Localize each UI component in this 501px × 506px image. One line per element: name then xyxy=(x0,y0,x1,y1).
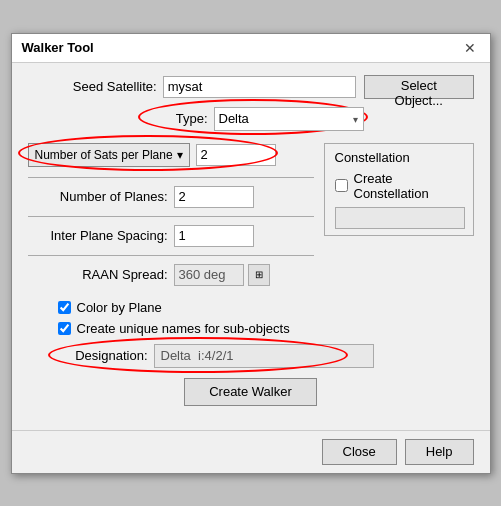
seed-satellite-row: Seed Satellite: Select Object... xyxy=(58,75,474,99)
number-of-planes-input[interactable] xyxy=(174,186,254,208)
close-button[interactable]: Close xyxy=(322,439,397,465)
type-select-wrapper: Delta Star ▾ xyxy=(214,107,364,131)
title-bar: Walker Tool ✕ xyxy=(12,34,490,63)
create-walker-row: Create Walker xyxy=(28,378,474,406)
seed-satellite-label: Seed Satellite: xyxy=(58,79,157,94)
main-area: Number of Sats per Plane ▾ Number of Pla… xyxy=(28,143,474,294)
color-by-plane-checkbox[interactable] xyxy=(58,301,71,314)
dialog-title: Walker Tool xyxy=(22,40,94,55)
walker-tool-dialog: Walker Tool ✕ Seed Satellite: Select Obj… xyxy=(11,33,491,474)
raan-spread-input[interactable] xyxy=(174,264,244,286)
constellation-group: Constellation Create Constellation xyxy=(324,143,474,236)
create-constellation-row: Create Constellation xyxy=(335,171,463,201)
unique-names-row: Create unique names for sub-objects xyxy=(58,321,474,336)
unique-names-label: Create unique names for sub-objects xyxy=(77,321,290,336)
sats-per-plane-input[interactable] xyxy=(196,144,276,166)
inter-plane-spacing-row: Inter Plane Spacing: xyxy=(28,225,314,247)
designation-row: Designation: xyxy=(58,344,474,368)
raan-spread-label: RAAN Spread: xyxy=(28,267,168,282)
help-button[interactable]: Help xyxy=(405,439,474,465)
sats-dropdown-chevron-icon: ▾ xyxy=(177,148,183,162)
unique-names-checkbox[interactable] xyxy=(58,322,71,335)
inter-plane-spacing-label: Inter Plane Spacing: xyxy=(28,228,168,243)
sats-per-plane-row: Number of Sats per Plane ▾ xyxy=(28,143,314,167)
type-label: Type: xyxy=(158,111,208,126)
color-by-plane-row: Color by Plane xyxy=(58,300,474,315)
raan-wrapper: ⊞ xyxy=(168,264,270,286)
create-constellation-checkbox[interactable] xyxy=(335,179,348,192)
close-icon[interactable]: ✕ xyxy=(460,40,480,56)
number-of-planes-row: Number of Planes: xyxy=(28,186,314,208)
constellation-name-input[interactable] xyxy=(335,207,465,229)
sats-per-plane-dropdown[interactable]: Number of Sats per Plane ▾ xyxy=(28,143,190,167)
designation-label: Designation: xyxy=(58,348,148,363)
dialog-footer: Close Help xyxy=(12,430,490,473)
left-params: Number of Sats per Plane ▾ Number of Pla… xyxy=(28,143,314,294)
select-object-button[interactable]: Select Object... xyxy=(364,75,473,99)
number-of-planes-label: Number of Planes: xyxy=(28,189,168,204)
sats-per-plane-label: Number of Sats per Plane xyxy=(35,148,173,162)
constellation-title: Constellation xyxy=(335,150,463,165)
type-row: Type: Delta Star ▾ xyxy=(158,107,474,131)
designation-input[interactable] xyxy=(154,344,374,368)
raan-picker-icon[interactable]: ⊞ xyxy=(248,264,270,286)
seed-satellite-input[interactable] xyxy=(163,76,356,98)
raan-spread-row: RAAN Spread: ⊞ xyxy=(28,264,314,286)
constellation-section: Constellation Create Constellation xyxy=(314,143,474,294)
type-select[interactable]: Delta Star xyxy=(214,107,364,131)
create-constellation-label: Create Constellation xyxy=(354,171,463,201)
inter-plane-spacing-input[interactable] xyxy=(174,225,254,247)
color-by-plane-label: Color by Plane xyxy=(77,300,162,315)
create-walker-button[interactable]: Create Walker xyxy=(184,378,317,406)
